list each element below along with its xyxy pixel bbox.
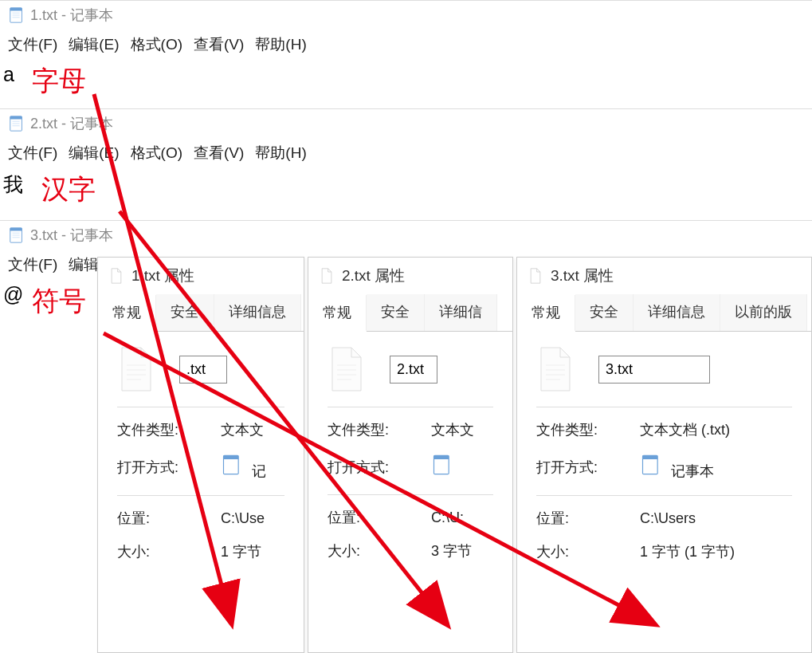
properties-body: 文件类型: 文本文 打开方式: 位置: C:\U: 大小: 3 字节 xyxy=(308,332,512,575)
titlebar: 1.txt - 记事本 xyxy=(0,1,812,30)
typed-text: 我 xyxy=(3,171,23,198)
window-title: 2.txt - 记事本 xyxy=(30,114,113,133)
separator xyxy=(117,495,284,496)
properties-windows: 1.txt 属性 常规 安全 详细信息 文件类型: 文本文 打开方式: xyxy=(0,257,812,653)
file-icon xyxy=(536,346,575,392)
file-type-row: 文件类型: 文本文 xyxy=(117,420,284,439)
tab-details[interactable]: 详细信 xyxy=(425,294,497,331)
file-type-label: 文件类型: xyxy=(328,420,431,439)
separator xyxy=(117,407,284,407)
size-label: 大小: xyxy=(117,542,221,561)
svg-rect-32 xyxy=(643,455,658,459)
tab-details[interactable]: 详细信息 xyxy=(634,294,720,331)
tabs: 常规 安全 详细信息 xyxy=(98,294,304,332)
tab-general[interactable]: 常规 xyxy=(98,295,156,332)
file-icon xyxy=(328,346,366,392)
open-with-row: 打开方式: 记 xyxy=(117,454,284,481)
open-with-value xyxy=(431,454,493,480)
tab-details[interactable]: 详细信息 xyxy=(214,294,301,331)
filename-row xyxy=(536,346,792,392)
file-type-value: 文本文档 (.txt) xyxy=(640,420,792,439)
location-label: 位置: xyxy=(328,508,431,527)
location-row: 位置: C:\Use xyxy=(117,509,284,528)
separator xyxy=(328,407,493,407)
properties-title: 2.txt 属性 xyxy=(308,258,512,294)
filename-input[interactable] xyxy=(390,356,437,384)
location-row: 位置: C:\U: xyxy=(328,508,493,527)
tab-security[interactable]: 安全 xyxy=(367,294,425,331)
open-with-app: 记 xyxy=(252,463,266,479)
window-title: 1.txt - 记事本 xyxy=(30,6,113,25)
properties-title-text: 3.txt 属性 xyxy=(551,266,614,286)
open-with-value: 记 xyxy=(221,454,284,481)
open-with-row: 打开方式: 记事本 xyxy=(536,454,792,481)
size-label: 大小: xyxy=(536,542,640,561)
menu-help[interactable]: 帮助(H) xyxy=(255,143,306,163)
open-with-label: 打开方式: xyxy=(117,458,221,477)
tab-general[interactable]: 常规 xyxy=(308,295,367,332)
open-with-row: 打开方式: xyxy=(328,454,493,480)
size-label: 大小: xyxy=(328,541,431,561)
svg-rect-11 xyxy=(10,228,22,231)
separator xyxy=(536,495,792,496)
location-value: C:\Use xyxy=(221,510,284,527)
notepad-icon xyxy=(640,454,662,476)
tab-security[interactable]: 安全 xyxy=(156,294,214,331)
text-content[interactable]: a xyxy=(0,63,812,94)
file-icon xyxy=(117,346,155,392)
notepad-icon xyxy=(8,6,25,24)
notepad-icon xyxy=(431,454,453,476)
properties-window-1: 1.txt 属性 常规 安全 详细信息 文件类型: 文本文 打开方式: xyxy=(97,257,304,653)
filename-input[interactable] xyxy=(179,356,227,384)
tabs: 常规 安全 详细信 xyxy=(308,294,512,332)
open-with-label: 打开方式: xyxy=(536,458,640,477)
menu-help[interactable]: 帮助(H) xyxy=(255,34,306,55)
menu-file[interactable]: 文件(F) xyxy=(8,143,57,163)
location-label: 位置: xyxy=(117,509,221,528)
menu-edit[interactable]: 编辑(E) xyxy=(69,143,119,163)
file-icon xyxy=(320,268,334,284)
separator xyxy=(328,494,493,495)
file-type-row: 文件类型: 文本文档 (.txt) xyxy=(536,420,792,439)
menu-format[interactable]: 格式(O) xyxy=(131,143,182,163)
filename-row xyxy=(328,346,493,392)
tab-previous-versions[interactable]: 以前的版 xyxy=(720,294,807,331)
menu-view[interactable]: 查看(V) xyxy=(194,34,244,55)
menu-edit[interactable]: 编辑(E) xyxy=(69,34,119,55)
menu-format[interactable]: 格式(O) xyxy=(131,34,182,55)
properties-body: 文件类型: 文本文 打开方式: 记 位置: C:\Use 大小: 1 字节 xyxy=(98,332,304,576)
menu-view[interactable]: 查看(V) xyxy=(194,143,244,163)
tab-general[interactable]: 常规 xyxy=(517,295,575,332)
menu-file[interactable]: 文件(F) xyxy=(8,34,57,55)
filename-row xyxy=(117,346,284,392)
tab-security[interactable]: 安全 xyxy=(575,294,634,331)
filename-input[interactable] xyxy=(598,356,710,384)
titlebar: 2.txt - 记事本 xyxy=(0,109,812,138)
location-label: 位置: xyxy=(536,509,640,528)
open-with-app: 记事本 xyxy=(671,463,714,479)
svg-rect-26 xyxy=(434,455,449,459)
file-type-label: 文件类型: xyxy=(117,420,221,439)
annotation-hanzi: 汉字 xyxy=(41,171,96,208)
separator xyxy=(536,407,792,407)
size-value: 1 字节 xyxy=(221,542,284,561)
size-value: 3 字节 xyxy=(431,541,493,561)
text-content[interactable]: 我 xyxy=(0,171,812,206)
open-with-value: 记事本 xyxy=(640,454,792,481)
file-type-value: 文本文 xyxy=(221,420,284,439)
notepad-window-1: 1.txt - 记事本 文件(F) 编辑(E) 格式(O) 查看(V) 帮助(H… xyxy=(0,0,812,94)
properties-body: 文件类型: 文本文档 (.txt) 打开方式: 记事本 位置: C:\Users… xyxy=(517,332,811,576)
open-with-label: 打开方式: xyxy=(328,458,431,477)
notepad-icon xyxy=(8,115,25,132)
file-type-value: 文本文 xyxy=(431,420,493,439)
properties-title: 3.txt 属性 xyxy=(517,258,811,294)
svg-rect-20 xyxy=(224,455,239,459)
properties-window-2: 2.txt 属性 常规 安全 详细信 文件类型: 文本文 打开方式: xyxy=(308,257,513,653)
file-type-label: 文件类型: xyxy=(536,420,640,439)
file-icon xyxy=(109,268,124,284)
size-value: 1 字节 (1 字节) xyxy=(640,542,792,561)
tabs: 常规 安全 详细信息 以前的版 xyxy=(517,294,811,332)
annotation-letter: 字母 xyxy=(32,63,86,100)
svg-rect-6 xyxy=(10,116,22,120)
properties-title-text: 1.txt 属性 xyxy=(131,266,194,286)
